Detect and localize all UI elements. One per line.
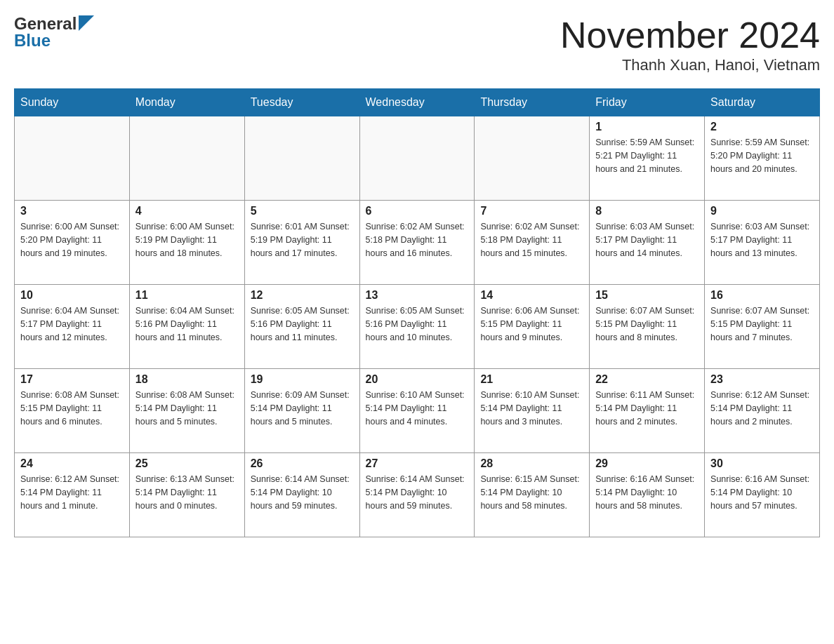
calendar-cell: 4Sunrise: 6:00 AM Sunset: 5:19 PM Daylig… — [129, 201, 244, 285]
day-number: 25 — [135, 457, 239, 470]
calendar-table: Sunday Monday Tuesday Wednesday Thursday… — [14, 88, 820, 537]
day-number: 20 — [366, 373, 469, 386]
day-number: 22 — [595, 373, 699, 386]
day-info: Sunrise: 6:14 AM Sunset: 5:14 PM Dayligh… — [251, 473, 354, 512]
location-title: Thanh Xuan, Hanoi, Vietnam — [560, 56, 820, 74]
calendar-cell: 28Sunrise: 6:15 AM Sunset: 5:14 PM Dayli… — [475, 453, 590, 537]
week-row-3: 10Sunrise: 6:04 AM Sunset: 5:17 PM Dayli… — [15, 285, 820, 369]
calendar-cell: 7Sunrise: 6:02 AM Sunset: 5:18 PM Daylig… — [475, 201, 590, 285]
day-info: Sunrise: 6:14 AM Sunset: 5:14 PM Dayligh… — [366, 473, 469, 512]
day-info: Sunrise: 6:05 AM Sunset: 5:16 PM Dayligh… — [366, 304, 469, 344]
calendar-cell — [359, 116, 475, 201]
day-info: Sunrise: 6:15 AM Sunset: 5:14 PM Dayligh… — [480, 473, 583, 512]
logo-arrow-icon — [79, 15, 94, 31]
day-number: 24 — [20, 457, 124, 470]
day-number: 16 — [710, 289, 814, 302]
title-section: November 2024 Thanh Xuan, Hanoi, Vietnam — [560, 14, 820, 74]
day-info: Sunrise: 6:07 AM Sunset: 5:15 PM Dayligh… — [595, 304, 699, 344]
day-number: 3 — [20, 205, 124, 217]
day-number: 9 — [710, 205, 814, 217]
logo: General Blue — [14, 14, 94, 51]
calendar-cell — [15, 116, 130, 201]
day-info: Sunrise: 6:12 AM Sunset: 5:14 PM Dayligh… — [710, 389, 814, 428]
calendar-cell: 16Sunrise: 6:07 AM Sunset: 5:15 PM Dayli… — [705, 285, 820, 369]
col-thursday: Thursday — [475, 89, 590, 116]
day-number: 27 — [366, 457, 469, 470]
day-number: 21 — [480, 373, 583, 386]
day-info: Sunrise: 6:06 AM Sunset: 5:15 PM Dayligh… — [480, 304, 583, 344]
day-info: Sunrise: 6:10 AM Sunset: 5:14 PM Dayligh… — [480, 389, 583, 428]
day-info: Sunrise: 6:02 AM Sunset: 5:18 PM Dayligh… — [366, 220, 469, 260]
day-info: Sunrise: 6:00 AM Sunset: 5:20 PM Dayligh… — [20, 220, 124, 260]
day-info: Sunrise: 5:59 AM Sunset: 5:20 PM Dayligh… — [710, 136, 814, 175]
day-info: Sunrise: 6:01 AM Sunset: 5:19 PM Dayligh… — [251, 220, 354, 260]
day-info: Sunrise: 6:16 AM Sunset: 5:14 PM Dayligh… — [595, 473, 699, 512]
day-info: Sunrise: 6:04 AM Sunset: 5:17 PM Dayligh… — [20, 304, 124, 344]
day-info: Sunrise: 6:08 AM Sunset: 5:15 PM Dayligh… — [20, 389, 124, 428]
day-number: 6 — [366, 205, 469, 217]
calendar-cell: 25Sunrise: 6:13 AM Sunset: 5:14 PM Dayli… — [129, 453, 244, 537]
day-info: Sunrise: 6:00 AM Sunset: 5:19 PM Dayligh… — [135, 220, 239, 260]
week-row-2: 3Sunrise: 6:00 AM Sunset: 5:20 PM Daylig… — [15, 201, 820, 285]
calendar-cell: 27Sunrise: 6:14 AM Sunset: 5:14 PM Dayli… — [359, 453, 475, 537]
day-number: 30 — [710, 457, 814, 470]
day-number: 10 — [20, 289, 124, 302]
day-info: Sunrise: 6:03 AM Sunset: 5:17 PM Dayligh… — [710, 220, 814, 260]
calendar-cell: 5Sunrise: 6:01 AM Sunset: 5:19 PM Daylig… — [244, 201, 359, 285]
day-info: Sunrise: 6:05 AM Sunset: 5:16 PM Dayligh… — [251, 304, 354, 344]
week-row-5: 24Sunrise: 6:12 AM Sunset: 5:14 PM Dayli… — [15, 453, 820, 537]
calendar-cell — [475, 116, 590, 201]
col-saturday: Saturday — [705, 89, 820, 116]
day-info: Sunrise: 6:02 AM Sunset: 5:18 PM Dayligh… — [480, 220, 583, 260]
day-number: 17 — [20, 373, 124, 386]
calendar-cell: 13Sunrise: 6:05 AM Sunset: 5:16 PM Dayli… — [359, 285, 475, 369]
day-info: Sunrise: 6:16 AM Sunset: 5:14 PM Dayligh… — [710, 473, 814, 512]
day-info: Sunrise: 6:11 AM Sunset: 5:14 PM Dayligh… — [595, 389, 699, 428]
calendar-cell: 22Sunrise: 6:11 AM Sunset: 5:14 PM Dayli… — [590, 369, 705, 453]
calendar-cell: 15Sunrise: 6:07 AM Sunset: 5:15 PM Dayli… — [590, 285, 705, 369]
day-number: 12 — [251, 289, 354, 302]
calendar-cell: 29Sunrise: 6:16 AM Sunset: 5:14 PM Dayli… — [590, 453, 705, 537]
calendar-cell: 12Sunrise: 6:05 AM Sunset: 5:16 PM Dayli… — [244, 285, 359, 369]
day-info: Sunrise: 6:07 AM Sunset: 5:15 PM Dayligh… — [710, 304, 814, 344]
day-number: 4 — [135, 205, 239, 217]
day-number: 14 — [480, 289, 583, 302]
calendar-cell: 1Sunrise: 5:59 AM Sunset: 5:21 PM Daylig… — [590, 116, 705, 201]
day-number: 11 — [135, 289, 239, 302]
calendar-cell: 14Sunrise: 6:06 AM Sunset: 5:15 PM Dayli… — [475, 285, 590, 369]
day-number: 29 — [595, 457, 699, 470]
calendar-cell — [129, 116, 244, 201]
calendar-cell — [244, 116, 359, 201]
day-info: Sunrise: 6:13 AM Sunset: 5:14 PM Dayligh… — [135, 473, 239, 512]
day-number: 2 — [710, 121, 814, 133]
day-number: 15 — [595, 289, 699, 302]
calendar-cell: 24Sunrise: 6:12 AM Sunset: 5:14 PM Dayli… — [15, 453, 130, 537]
calendar-cell: 19Sunrise: 6:09 AM Sunset: 5:14 PM Dayli… — [244, 369, 359, 453]
calendar-cell: 21Sunrise: 6:10 AM Sunset: 5:14 PM Dayli… — [475, 369, 590, 453]
day-number: 26 — [251, 457, 354, 470]
day-number: 1 — [595, 121, 699, 133]
logo-blue-text: Blue — [14, 31, 51, 51]
day-info: Sunrise: 6:04 AM Sunset: 5:16 PM Dayligh… — [135, 304, 239, 344]
day-number: 19 — [251, 373, 354, 386]
day-number: 23 — [710, 373, 814, 386]
calendar-cell: 26Sunrise: 6:14 AM Sunset: 5:14 PM Dayli… — [244, 453, 359, 537]
day-info: Sunrise: 6:12 AM Sunset: 5:14 PM Dayligh… — [20, 473, 124, 512]
col-sunday: Sunday — [15, 89, 130, 116]
page-header: General Blue November 2024 Thanh Xuan, H… — [14, 14, 820, 74]
calendar-cell: 9Sunrise: 6:03 AM Sunset: 5:17 PM Daylig… — [705, 201, 820, 285]
day-number: 13 — [366, 289, 469, 302]
calendar-cell: 3Sunrise: 6:00 AM Sunset: 5:20 PM Daylig… — [15, 201, 130, 285]
calendar-cell: 18Sunrise: 6:08 AM Sunset: 5:14 PM Dayli… — [129, 369, 244, 453]
calendar-header-row: Sunday Monday Tuesday Wednesday Thursday… — [15, 89, 820, 116]
day-info: Sunrise: 6:03 AM Sunset: 5:17 PM Dayligh… — [595, 220, 699, 260]
week-row-4: 17Sunrise: 6:08 AM Sunset: 5:15 PM Dayli… — [15, 369, 820, 453]
col-friday: Friday — [590, 89, 705, 116]
calendar-cell: 10Sunrise: 6:04 AM Sunset: 5:17 PM Dayli… — [15, 285, 130, 369]
calendar-cell: 2Sunrise: 5:59 AM Sunset: 5:20 PM Daylig… — [705, 116, 820, 201]
day-info: Sunrise: 6:09 AM Sunset: 5:14 PM Dayligh… — [251, 389, 354, 428]
day-info: Sunrise: 6:08 AM Sunset: 5:14 PM Dayligh… — [135, 389, 239, 428]
month-title: November 2024 — [560, 14, 820, 56]
svg-marker-0 — [79, 15, 94, 31]
day-number: 8 — [595, 205, 699, 217]
